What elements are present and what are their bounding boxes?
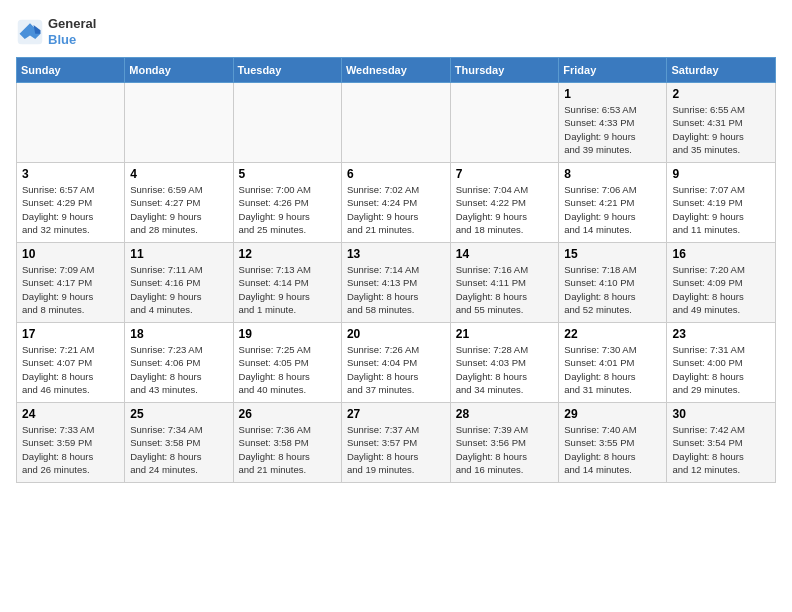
calendar-cell: [450, 83, 559, 163]
calendar-cell: 30Sunrise: 7:42 AM Sunset: 3:54 PM Dayli…: [667, 403, 776, 483]
day-info: Sunrise: 6:59 AM Sunset: 4:27 PM Dayligh…: [130, 183, 227, 236]
day-info: Sunrise: 7:00 AM Sunset: 4:26 PM Dayligh…: [239, 183, 336, 236]
day-info: Sunrise: 6:53 AM Sunset: 4:33 PM Dayligh…: [564, 103, 661, 156]
weekday-header-row: SundayMondayTuesdayWednesdayThursdayFrid…: [17, 58, 776, 83]
day-info: Sunrise: 7:26 AM Sunset: 4:04 PM Dayligh…: [347, 343, 445, 396]
week-row-3: 10Sunrise: 7:09 AM Sunset: 4:17 PM Dayli…: [17, 243, 776, 323]
weekday-saturday: Saturday: [667, 58, 776, 83]
day-info: Sunrise: 7:28 AM Sunset: 4:03 PM Dayligh…: [456, 343, 554, 396]
day-info: Sunrise: 7:37 AM Sunset: 3:57 PM Dayligh…: [347, 423, 445, 476]
day-number: 23: [672, 327, 770, 341]
calendar-cell: 29Sunrise: 7:40 AM Sunset: 3:55 PM Dayli…: [559, 403, 667, 483]
day-number: 4: [130, 167, 227, 181]
day-info: Sunrise: 7:34 AM Sunset: 3:58 PM Dayligh…: [130, 423, 227, 476]
day-info: Sunrise: 7:13 AM Sunset: 4:14 PM Dayligh…: [239, 263, 336, 316]
day-number: 26: [239, 407, 336, 421]
day-info: Sunrise: 7:42 AM Sunset: 3:54 PM Dayligh…: [672, 423, 770, 476]
day-number: 12: [239, 247, 336, 261]
day-number: 24: [22, 407, 119, 421]
day-number: 3: [22, 167, 119, 181]
day-info: Sunrise: 7:06 AM Sunset: 4:21 PM Dayligh…: [564, 183, 661, 236]
day-info: Sunrise: 7:36 AM Sunset: 3:58 PM Dayligh…: [239, 423, 336, 476]
day-info: Sunrise: 6:57 AM Sunset: 4:29 PM Dayligh…: [22, 183, 119, 236]
day-number: 30: [672, 407, 770, 421]
calendar-cell: 5Sunrise: 7:00 AM Sunset: 4:26 PM Daylig…: [233, 163, 341, 243]
day-number: 25: [130, 407, 227, 421]
calendar-cell: 12Sunrise: 7:13 AM Sunset: 4:14 PM Dayli…: [233, 243, 341, 323]
calendar-cell: 10Sunrise: 7:09 AM Sunset: 4:17 PM Dayli…: [17, 243, 125, 323]
calendar-cell: 6Sunrise: 7:02 AM Sunset: 4:24 PM Daylig…: [341, 163, 450, 243]
calendar-cell: 23Sunrise: 7:31 AM Sunset: 4:00 PM Dayli…: [667, 323, 776, 403]
day-info: Sunrise: 7:25 AM Sunset: 4:05 PM Dayligh…: [239, 343, 336, 396]
calendar-cell: 27Sunrise: 7:37 AM Sunset: 3:57 PM Dayli…: [341, 403, 450, 483]
week-row-5: 24Sunrise: 7:33 AM Sunset: 3:59 PM Dayli…: [17, 403, 776, 483]
day-info: Sunrise: 6:55 AM Sunset: 4:31 PM Dayligh…: [672, 103, 770, 156]
calendar-cell: 18Sunrise: 7:23 AM Sunset: 4:06 PM Dayli…: [125, 323, 233, 403]
calendar-cell: [17, 83, 125, 163]
day-number: 6: [347, 167, 445, 181]
day-number: 18: [130, 327, 227, 341]
day-info: Sunrise: 7:09 AM Sunset: 4:17 PM Dayligh…: [22, 263, 119, 316]
day-number: 16: [672, 247, 770, 261]
day-info: Sunrise: 7:31 AM Sunset: 4:00 PM Dayligh…: [672, 343, 770, 396]
weekday-tuesday: Tuesday: [233, 58, 341, 83]
calendar-cell: 20Sunrise: 7:26 AM Sunset: 4:04 PM Dayli…: [341, 323, 450, 403]
day-number: 22: [564, 327, 661, 341]
day-number: 1: [564, 87, 661, 101]
calendar-cell: 15Sunrise: 7:18 AM Sunset: 4:10 PM Dayli…: [559, 243, 667, 323]
calendar-body: 1Sunrise: 6:53 AM Sunset: 4:33 PM Daylig…: [17, 83, 776, 483]
day-info: Sunrise: 7:30 AM Sunset: 4:01 PM Dayligh…: [564, 343, 661, 396]
calendar-cell: 17Sunrise: 7:21 AM Sunset: 4:07 PM Dayli…: [17, 323, 125, 403]
day-number: 8: [564, 167, 661, 181]
logo-icon: [16, 18, 44, 46]
day-info: Sunrise: 7:21 AM Sunset: 4:07 PM Dayligh…: [22, 343, 119, 396]
weekday-monday: Monday: [125, 58, 233, 83]
calendar-cell: 21Sunrise: 7:28 AM Sunset: 4:03 PM Dayli…: [450, 323, 559, 403]
calendar-cell: 25Sunrise: 7:34 AM Sunset: 3:58 PM Dayli…: [125, 403, 233, 483]
day-number: 2: [672, 87, 770, 101]
day-info: Sunrise: 7:40 AM Sunset: 3:55 PM Dayligh…: [564, 423, 661, 476]
calendar-cell: 7Sunrise: 7:04 AM Sunset: 4:22 PM Daylig…: [450, 163, 559, 243]
day-number: 7: [456, 167, 554, 181]
day-number: 10: [22, 247, 119, 261]
calendar-cell: 22Sunrise: 7:30 AM Sunset: 4:01 PM Dayli…: [559, 323, 667, 403]
day-number: 14: [456, 247, 554, 261]
calendar-cell: [233, 83, 341, 163]
day-info: Sunrise: 7:18 AM Sunset: 4:10 PM Dayligh…: [564, 263, 661, 316]
weekday-thursday: Thursday: [450, 58, 559, 83]
calendar-table: SundayMondayTuesdayWednesdayThursdayFrid…: [16, 57, 776, 483]
calendar-cell: 8Sunrise: 7:06 AM Sunset: 4:21 PM Daylig…: [559, 163, 667, 243]
day-number: 13: [347, 247, 445, 261]
calendar-cell: 24Sunrise: 7:33 AM Sunset: 3:59 PM Dayli…: [17, 403, 125, 483]
calendar-cell: [125, 83, 233, 163]
day-info: Sunrise: 7:07 AM Sunset: 4:19 PM Dayligh…: [672, 183, 770, 236]
logo: General Blue: [16, 16, 96, 47]
day-info: Sunrise: 7:16 AM Sunset: 4:11 PM Dayligh…: [456, 263, 554, 316]
page-header: General Blue: [16, 16, 776, 47]
day-number: 27: [347, 407, 445, 421]
calendar-cell: 28Sunrise: 7:39 AM Sunset: 3:56 PM Dayli…: [450, 403, 559, 483]
week-row-1: 1Sunrise: 6:53 AM Sunset: 4:33 PM Daylig…: [17, 83, 776, 163]
day-number: 29: [564, 407, 661, 421]
day-number: 15: [564, 247, 661, 261]
day-info: Sunrise: 7:11 AM Sunset: 4:16 PM Dayligh…: [130, 263, 227, 316]
day-number: 5: [239, 167, 336, 181]
calendar-cell: 1Sunrise: 6:53 AM Sunset: 4:33 PM Daylig…: [559, 83, 667, 163]
week-row-4: 17Sunrise: 7:21 AM Sunset: 4:07 PM Dayli…: [17, 323, 776, 403]
weekday-sunday: Sunday: [17, 58, 125, 83]
day-number: 19: [239, 327, 336, 341]
calendar-cell: 14Sunrise: 7:16 AM Sunset: 4:11 PM Dayli…: [450, 243, 559, 323]
calendar-cell: 4Sunrise: 6:59 AM Sunset: 4:27 PM Daylig…: [125, 163, 233, 243]
weekday-friday: Friday: [559, 58, 667, 83]
day-number: 17: [22, 327, 119, 341]
day-number: 20: [347, 327, 445, 341]
calendar-cell: [341, 83, 450, 163]
calendar-cell: 2Sunrise: 6:55 AM Sunset: 4:31 PM Daylig…: [667, 83, 776, 163]
day-info: Sunrise: 7:04 AM Sunset: 4:22 PM Dayligh…: [456, 183, 554, 236]
calendar-cell: 19Sunrise: 7:25 AM Sunset: 4:05 PM Dayli…: [233, 323, 341, 403]
week-row-2: 3Sunrise: 6:57 AM Sunset: 4:29 PM Daylig…: [17, 163, 776, 243]
day-number: 21: [456, 327, 554, 341]
calendar-cell: 26Sunrise: 7:36 AM Sunset: 3:58 PM Dayli…: [233, 403, 341, 483]
weekday-wednesday: Wednesday: [341, 58, 450, 83]
day-number: 28: [456, 407, 554, 421]
